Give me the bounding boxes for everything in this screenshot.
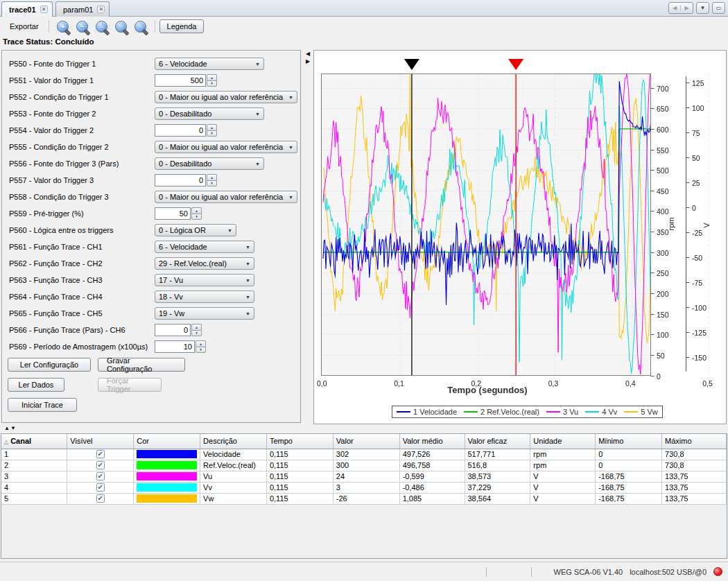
zoom-out-button[interactable]: − [74, 19, 91, 34]
zoom-horizontal-button[interactable]: ↔ [94, 19, 110, 34]
collapse-up-icon[interactable]: ▲ [4, 425, 10, 431]
spin-down-icon[interactable]: ▼ [191, 214, 202, 220]
table-row[interactable]: 3✔Vu0,11524-0,59938,573V-168,75133,75 [1, 471, 727, 482]
param-P550-select[interactable]: 6 - Velocidade▼ [155, 58, 264, 70]
zoom-in-button[interactable]: + [55, 19, 71, 34]
table-row[interactable]: 1✔Velocidade0,115302497,526517,771rpm073… [1, 449, 727, 460]
cell-cor[interactable] [134, 471, 200, 482]
spin-down-icon[interactable]: ▼ [207, 130, 217, 137]
close-tab-icon[interactable]: ✕ [97, 6, 105, 13]
column-header-2[interactable]: Cor [134, 434, 200, 449]
spin-up-icon[interactable]: ▲ [207, 174, 217, 180]
param-P563-select[interactable]: 17 - Vu▼ [155, 274, 254, 286]
param-P556-label: P556 - Fonte do Trigger 3 (Pars) [9, 159, 119, 168]
spin-up-icon[interactable]: ▲ [191, 207, 202, 214]
spin-down-icon[interactable]: ▼ [207, 80, 217, 87]
param-P552-select[interactable]: 0 - Maior ou igual ao valor referência▼ [155, 91, 297, 103]
visible-checkbox[interactable]: ✔ [96, 494, 105, 503]
ler-dados-button[interactable]: Ler Dados [8, 378, 64, 392]
param-P551-input[interactable] [155, 74, 206, 87]
visible-checkbox[interactable]: ✔ [96, 472, 105, 480]
maximize-button[interactable]: ▭ [712, 2, 725, 14]
param-P553-select[interactable]: 0 - Desabilitado▼ [155, 107, 264, 120]
column-header-10[interactable]: Máximo [662, 434, 727, 449]
param-P559-input[interactable] [155, 207, 191, 220]
spin-down-icon[interactable]: ▼ [196, 347, 206, 354]
zoom-reset-button[interactable]: ▫ [132, 19, 149, 34]
column-header-9[interactable]: Mínimo [596, 434, 662, 449]
param-P569-input[interactable] [155, 340, 195, 353]
v-tick-label: -25 [692, 229, 702, 237]
table-row[interactable]: 5✔Vw0,115-261,08538,564V-168,75133,75 [1, 493, 727, 504]
chevron-down-icon: ▼ [288, 195, 293, 200]
channel-color-swatch[interactable] [137, 461, 197, 469]
cell-cor[interactable] [134, 493, 200, 504]
param-P550-value: 6 - Velocidade [159, 60, 207, 68]
rpm-axis-title: rpm [667, 218, 675, 231]
channel-color-swatch[interactable] [137, 494, 197, 503]
column-header-4[interactable]: Tempo [266, 434, 333, 449]
param-P558-select[interactable]: 0 - Maior ou igual ao valor referência▼ [155, 191, 297, 203]
horizontal-splitter[interactable]: ▲▼ [0, 424, 728, 433]
collapse-down-icon[interactable]: ▼ [10, 425, 17, 431]
param-P562-select[interactable]: 29 - Ref.Veloc.(real)▼ [155, 257, 254, 270]
gravar-configuracao-button[interactable]: Gravar Configuração [98, 358, 185, 372]
spin-down-icon[interactable]: ▼ [207, 180, 217, 187]
column-header-7[interactable]: Valor eficaz [465, 434, 530, 449]
param-P560-label: P560 - Lógica entre os triggers [9, 226, 113, 234]
param-P561-select[interactable]: 6 - Velocidade▼ [155, 241, 254, 253]
column-header-5[interactable]: Valor [333, 434, 399, 449]
visible-checkbox[interactable]: ✔ [96, 461, 105, 469]
legenda-toggle-button[interactable]: Legenda [159, 19, 205, 33]
collapse-right-icon[interactable]: ▶ [302, 58, 313, 65]
tab-trace01[interactable]: trace01 ✕ [1, 1, 53, 17]
column-header-6[interactable]: Valor médio [399, 434, 465, 449]
param-P554-input[interactable] [155, 124, 206, 137]
param-P566-input[interactable] [155, 324, 191, 336]
exportar-menu[interactable]: Exportar [4, 20, 44, 33]
iniciar-trace-button[interactable]: Iniciar Trace [8, 398, 77, 412]
cell-visivel: ✔ [67, 460, 134, 471]
param-P560-select[interactable]: 0 - Lógica OR▼ [155, 224, 236, 236]
channel-color-swatch[interactable] [137, 472, 197, 480]
zoom-vertical-button[interactable]: ↕ [113, 19, 130, 34]
spin-up-icon[interactable]: ▲ [191, 324, 202, 330]
visible-checkbox[interactable]: ✔ [96, 450, 105, 458]
scroll-right-icon[interactable]: ▶ [681, 5, 693, 11]
param-P564-select[interactable]: 18 - Vv▼ [155, 290, 254, 303]
close-tab-icon[interactable]: ✕ [40, 6, 48, 13]
cell-cor[interactable] [134, 449, 200, 460]
spin-up-icon[interactable]: ▲ [207, 124, 217, 130]
cell-cor[interactable] [134, 460, 200, 471]
visible-checkbox[interactable]: ✔ [96, 483, 105, 492]
spin-up-icon[interactable]: ▲ [207, 74, 217, 80]
tab-list-button[interactable]: ▼ [696, 2, 709, 14]
vertical-splitter[interactable]: ◀ ▶ [302, 50, 313, 424]
rpm-tick-label: 250 [657, 269, 669, 277]
param-P555-label: P555 - Condição do Trigger 2 [9, 143, 109, 151]
column-header-8[interactable]: Unidade [530, 434, 596, 449]
channel-color-swatch[interactable] [137, 483, 197, 492]
param-P555-select[interactable]: 0 - Maior ou igual ao valor referência▼ [155, 141, 297, 153]
spin-up-icon[interactable]: ▲ [196, 340, 206, 347]
ler-configuracao-button[interactable]: Ler Configuração [8, 358, 91, 372]
table-row[interactable]: 2✔Ref.Veloc.(real)0,115300496,758516,8rp… [1, 460, 727, 471]
param-P555-value: 0 - Maior ou igual ao valor referência [159, 143, 283, 151]
column-header-0[interactable]: △Canal [1, 434, 67, 449]
param-P565-select[interactable]: 19 - Vw▼ [155, 307, 254, 320]
legend-item-Velocidade: 1 Velocidade [397, 408, 457, 416]
table-row[interactable]: 4✔Vv0,1153-0,48637,229V-168,75133,75 [1, 482, 727, 493]
param-P557-input[interactable] [155, 174, 206, 187]
spin-down-icon[interactable]: ▼ [191, 330, 202, 337]
channel-color-swatch[interactable] [137, 450, 197, 458]
collapse-left-icon[interactable]: ◀ [302, 50, 313, 58]
param-P556-select[interactable]: 0 - Desabilitado▼ [155, 157, 264, 170]
chevron-down-icon: ▼ [700, 5, 706, 11]
cell-cor[interactable] [134, 482, 200, 493]
column-header-1[interactable]: Visível [67, 434, 134, 449]
tab-param01[interactable]: param01 ✕ [55, 1, 110, 17]
param-P564-label: P564 - Função Trace - CH4 [9, 293, 103, 301]
tab-scroll-buttons[interactable]: ◀▶ [668, 2, 693, 14]
scroll-left-icon[interactable]: ◀ [669, 5, 681, 11]
column-header-3[interactable]: Descrição [200, 434, 267, 449]
